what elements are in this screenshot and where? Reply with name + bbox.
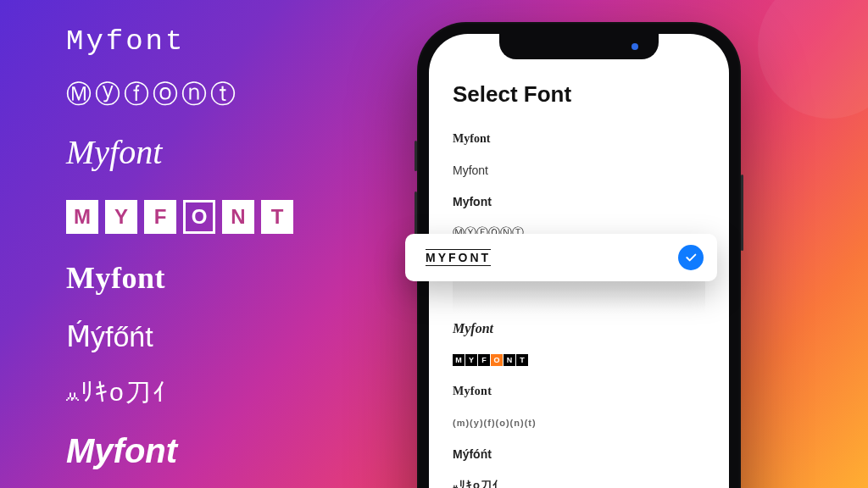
selected-font-card[interactable]: MYFONT [405,234,717,281]
boxed-letter: Y [105,200,137,234]
boxed-letter: N [504,354,515,366]
boxed-letters: M Y F O N T [453,354,528,366]
sample-font-7: Myfont [66,434,293,468]
boxed-letter: Y [465,354,477,366]
font-item[interactable]: M Y F O N T [453,344,705,375]
font-item[interactable]: Myfont [453,123,705,154]
boxed-letter: M [453,354,465,366]
page-title: Select Font [453,81,705,108]
font-item[interactable]: Myfont [453,375,705,407]
sample-font-4: Myfont [66,263,293,293]
phone-notch [499,34,659,59]
boxed-letter: N [222,200,254,234]
boxed-letter: F [144,200,176,234]
sample-font-3: M Y F O N T [66,200,293,234]
boxed-letter: T [516,354,528,366]
boxed-letter: O [491,354,503,366]
font-item[interactable]: Myfont [453,154,705,186]
phone-power-button [741,175,743,251]
boxed-letter: M [66,200,98,234]
boxed-letter: F [478,354,490,366]
font-list[interactable]: Myfont Myfont Myfont ⓂⓎⒻⓄⓃⓉ Myfont M Y F… [453,123,705,488]
font-item[interactable]: ﾶﾘｷo刀ｲ [453,469,705,488]
sample-font-0: Myfont [66,27,293,56]
boxed-letter: O [183,200,215,234]
selected-font-label: MYFONT [426,249,491,266]
sample-font-6: ﾶﾘｷo刀ｲ [66,380,293,405]
font-samples-column: Myfont Ⓜⓨⓕⓞⓝⓣ Myfont M Y F O N T Myfont … [66,27,293,468]
boxed-letter: T [261,200,293,234]
font-item[interactable]: Myfont [453,313,705,344]
sample-font-1: Ⓜⓨⓕⓞⓝⓣ [66,81,293,107]
sample-font-5: Ḿýfőńt [66,322,293,351]
sample-font-2: Myfont [66,136,293,169]
font-item[interactable]: Myfont [453,186,705,217]
bg-decor-circle [758,0,868,119]
font-item[interactable]: (m)(y)(f)(o)(n)(t) [453,407,705,438]
face-id-dot [632,43,638,50]
font-item[interactable]: Mýfóńt [453,438,705,469]
check-icon [678,245,704,270]
